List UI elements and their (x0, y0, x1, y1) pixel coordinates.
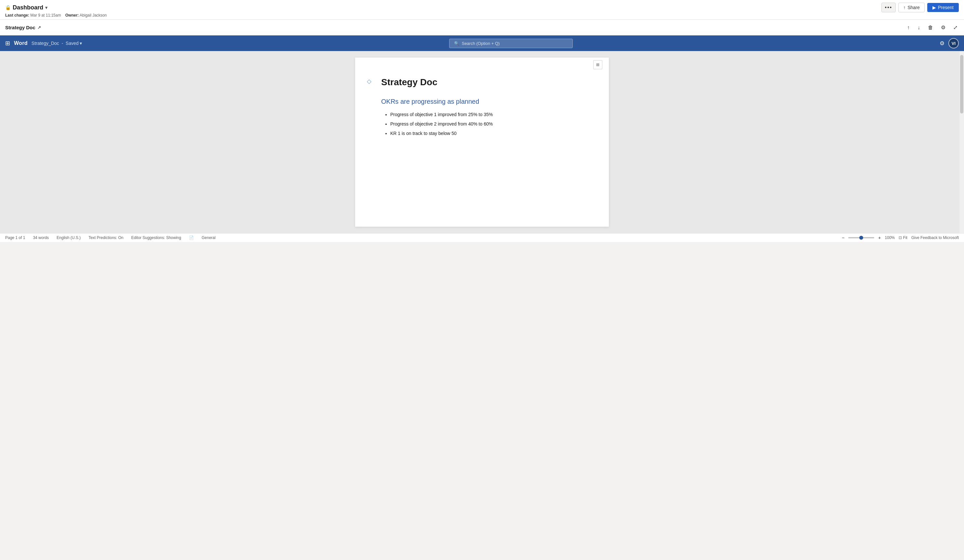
editor-suggestions[interactable]: Editor Suggestions: Showing (131, 236, 181, 240)
section-title-area: Strategy Doc ↗ (5, 25, 41, 30)
zoom-minus-button[interactable]: − (842, 235, 844, 240)
lock-icon: 🔒 (5, 5, 11, 10)
bullet-item-1: Progress of objective 1 improved from 25… (390, 111, 586, 118)
dashboard-title-text: Dashboard (13, 4, 43, 11)
word-count: 34 words (33, 236, 49, 240)
word-search-container: 🔍 Search (Option + Q) (86, 39, 936, 48)
share-icon: ↑ (903, 5, 905, 10)
fit-icon: ⊡ (899, 236, 902, 240)
document-corner-button[interactable]: ⊞ (593, 60, 602, 69)
fit-label[interactable]: ⊡ Fit (899, 236, 907, 240)
doc-type-label: General (202, 236, 216, 240)
word-app-name: Word (14, 40, 28, 46)
top-header: 🔒 Dashboard ▾ ••• ↑ Share ▶ Present Last… (0, 0, 964, 20)
search-placeholder-text: Search (Option + Q) (462, 41, 500, 46)
search-icon: 🔍 (454, 41, 459, 46)
zoom-percent: 100% (885, 236, 895, 240)
section-settings-button[interactable]: ⚙ (940, 23, 947, 32)
share-label: Share (907, 5, 920, 10)
external-link-icon[interactable]: ↗ (37, 25, 41, 30)
word-search-bar[interactable]: 🔍 Search (Option + Q) (449, 39, 573, 48)
present-button[interactable]: ▶ Present (927, 3, 959, 12)
document-paper[interactable]: ◇ Strategy Doc OKRs are progressing as p… (355, 57, 609, 227)
word-saved-label: Saved (66, 41, 79, 46)
word-appbar: ⊞ Word Strategy_Doc - Saved ▾ 🔍 Search (… (0, 36, 964, 51)
section-header: Strategy Doc ↗ ↑ ↓ 🗑 ⚙ ⤢ (0, 20, 964, 36)
text-predictions[interactable]: Text Predictions: On (88, 236, 123, 240)
share-button[interactable]: ↑ Share (898, 3, 924, 12)
word-saved-chevron[interactable]: ▾ (80, 41, 82, 46)
document-scrollbar-track[interactable] (959, 51, 964, 233)
present-play-icon: ▶ (933, 5, 936, 10)
section-up-button[interactable]: ↑ (906, 23, 911, 32)
zoom-slider[interactable] (848, 237, 874, 238)
status-bar: Page 1 of 1 34 words English (U.S.) Text… (0, 233, 964, 242)
section-expand-button[interactable]: ⤢ (952, 23, 959, 32)
word-user-avatar[interactable]: VI (948, 38, 959, 49)
page-info: Page 1 of 1 (5, 236, 25, 240)
last-change-label: Last change: (5, 13, 29, 18)
bottom-area (0, 242, 964, 262)
section-actions: ↑ ↓ 🗑 ⚙ ⤢ (906, 23, 959, 32)
document-bullets-list: Progress of objective 1 improved from 25… (381, 111, 586, 137)
dashboard-title-area: 🔒 Dashboard ▾ (5, 4, 47, 11)
section-title-text: Strategy Doc (5, 25, 36, 30)
owner-label: Owner: (65, 13, 79, 18)
word-doc-name: Strategy_Doc - Saved ▾ (31, 41, 82, 46)
document-area: ◇ Strategy Doc OKRs are progressing as p… (0, 51, 964, 233)
section-down-button[interactable]: ↓ (916, 23, 922, 32)
apps-grid-icon[interactable]: ⊞ (5, 40, 10, 47)
document-diamond-icon: ◇ (367, 78, 371, 85)
bullet-item-2: Progress of objective 2 improved from 40… (390, 120, 586, 127)
status-bar-right: − + 100% ⊡ Fit Give Feedback to Microsof… (842, 235, 959, 240)
zoom-slider-thumb (859, 236, 863, 240)
document-heading: OKRs are progressing as planned (381, 98, 586, 105)
bullet-item-3: KR 1 is on track to stay below 50 (390, 130, 586, 137)
present-label: Present (938, 5, 954, 10)
more-options-button[interactable]: ••• (881, 3, 896, 12)
top-header-actions: ••• ↑ Share ▶ Present (881, 3, 959, 12)
zoom-plus-button[interactable]: + (878, 235, 881, 240)
document-title: Strategy Doc (381, 77, 586, 88)
dashboard-chevron-icon[interactable]: ▾ (45, 5, 47, 10)
section-delete-button[interactable]: 🗑 (927, 23, 935, 32)
word-settings-icon[interactable]: ⚙ (940, 40, 944, 47)
word-appbar-right: ⚙ VI (940, 38, 959, 49)
document-scrollbar-thumb[interactable] (960, 55, 963, 114)
owner-value: Abigail Jackson (80, 13, 107, 18)
language: English (U.S.) (57, 236, 81, 240)
zoom-slider-container[interactable] (848, 237, 874, 238)
last-change-value: Mar 9 at 11:15am (30, 13, 61, 18)
feedback-label[interactable]: Give Feedback to Microsoft (911, 236, 959, 240)
last-change-row: Last change: Mar 9 at 11:15am Owner: Abi… (5, 13, 959, 18)
doc-type-icon: 📄 (189, 236, 194, 240)
